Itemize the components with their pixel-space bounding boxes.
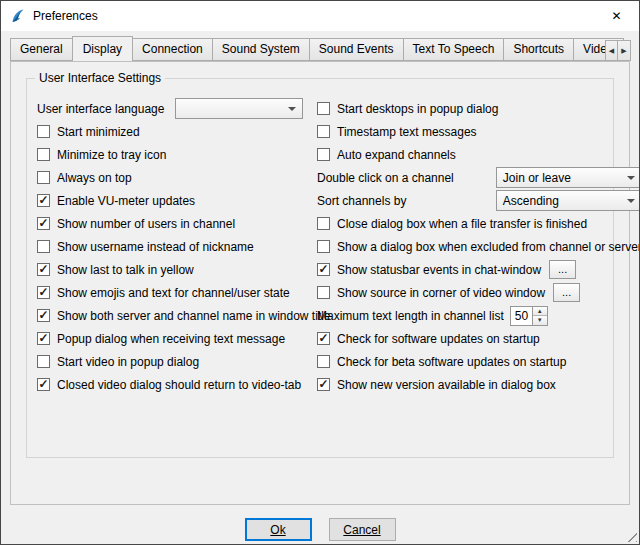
sort-channels-row: Sort channels by Ascending — [317, 189, 640, 212]
double-click-value: Join or leave — [503, 171, 571, 185]
checkbox[interactable] — [37, 240, 50, 253]
double-click-label: Double click on a channel — [317, 171, 454, 185]
user-interface-settings-group: User Interface Settings User interface l… — [26, 78, 614, 458]
tab-scroll-left-icon[interactable]: ◀ — [605, 40, 618, 61]
tab-general[interactable]: General — [10, 38, 73, 61]
checkbox-server-channel-title[interactable]: Show both server and channel name in win… — [37, 304, 303, 327]
checkbox-label: Show statusbar events in chat-window — [337, 263, 541, 277]
checkbox-label: Start minimized — [57, 125, 140, 139]
checkbox[interactable] — [37, 355, 50, 368]
checkbox[interactable] — [37, 378, 50, 391]
checkbox-desktops-popup[interactable]: Start desktops in popup dialog — [317, 97, 640, 120]
tab-bar: General Display Connection Sound System … — [1, 31, 639, 61]
checkbox-auto-expand-channels[interactable]: Auto expand channels — [317, 143, 640, 166]
checkbox[interactable] — [37, 332, 50, 345]
checkbox[interactable] — [37, 125, 50, 138]
checkbox[interactable] — [317, 102, 330, 115]
ok-button[interactable]: Ok — [245, 518, 312, 541]
checkbox-label: Popup dialog when receiving text message — [57, 332, 285, 346]
group-title: User Interface Settings — [35, 71, 165, 85]
checkbox-label: Show last to talk in yellow — [57, 263, 194, 277]
checkbox-timestamp-messages[interactable]: Timestamp text messages — [317, 120, 640, 143]
checkbox-label: Close dialog box when a file transfer is… — [337, 217, 587, 231]
spinner-up-icon[interactable]: ▲ — [533, 307, 547, 316]
double-click-combobox[interactable]: Join or leave — [496, 167, 640, 188]
max-text-length-label: Maximum text length in channel list — [317, 309, 504, 323]
checkbox[interactable] — [317, 286, 330, 299]
checkbox-label: Start desktops in popup dialog — [337, 102, 498, 116]
checkbox-check-beta-updates[interactable]: Check for beta software updates on start… — [317, 350, 640, 373]
checkbox[interactable] — [317, 240, 330, 253]
tab-sound-events[interactable]: Sound Events — [309, 38, 404, 61]
checkbox-start-minimized[interactable]: Start minimized — [37, 120, 303, 143]
right-column: Start desktops in popup dialog Timestamp… — [303, 97, 640, 396]
checkbox-label: Show both server and channel name in win… — [57, 309, 331, 323]
spinner-buttons: ▲ ▼ — [533, 306, 548, 326]
checkbox[interactable] — [317, 148, 330, 161]
checkbox[interactable] — [317, 263, 330, 276]
checkbox-video-popup[interactable]: Start video in popup dialog — [37, 350, 303, 373]
checkbox-new-version-dialog[interactable]: Show new version available in dialog box — [317, 373, 640, 396]
tab-connection[interactable]: Connection — [132, 38, 213, 61]
language-row: User interface language — [37, 97, 303, 120]
checkbox-minimize-to-tray[interactable]: Minimize to tray icon — [37, 143, 303, 166]
checkbox-label: Start video in popup dialog — [57, 355, 199, 369]
checkbox[interactable] — [37, 171, 50, 184]
checkbox-last-to-talk[interactable]: Show last to talk in yellow — [37, 258, 303, 281]
preferences-dialog: { "window": { "title": "Preferences", "c… — [0, 0, 640, 545]
checkbox-excluded-dialog[interactable]: Show a dialog box when excluded from cha… — [317, 235, 640, 258]
tab-shortcuts[interactable]: Shortcuts — [503, 38, 574, 61]
checkbox-always-on-top[interactable]: Always on top — [37, 166, 303, 189]
video-source-options-button[interactable]: ... — [553, 283, 580, 302]
checkbox-close-on-transfer[interactable]: Close dialog box when a file transfer is… — [317, 212, 640, 235]
checkbox-label: Closed video dialog should return to vid… — [57, 378, 301, 392]
checkbox[interactable] — [37, 309, 50, 322]
checkbox-label: Enable VU-meter updates — [57, 194, 195, 208]
language-label: User interface language — [37, 102, 164, 116]
checkbox[interactable] — [317, 332, 330, 345]
checkbox[interactable] — [317, 217, 330, 230]
checkbox[interactable] — [37, 217, 50, 230]
spinner-down-icon[interactable]: ▼ — [533, 315, 547, 325]
checkbox-emojis-text[interactable]: Show emojis and text for channel/user st… — [37, 281, 303, 304]
max-text-length-spinner[interactable]: 50 ▲ ▼ — [510, 306, 548, 326]
checkbox[interactable] — [317, 125, 330, 138]
checkbox-label: Timestamp text messages — [337, 125, 477, 139]
checkbox[interactable] — [37, 263, 50, 276]
tab-display[interactable]: Display — [72, 36, 133, 61]
checkbox[interactable] — [37, 148, 50, 161]
checkbox[interactable] — [37, 194, 50, 207]
checkbox-closed-video-return[interactable]: Closed video dialog should return to vid… — [37, 373, 303, 396]
checkbox[interactable] — [37, 286, 50, 299]
tab-scrollers: ◀ ▶ — [605, 40, 631, 61]
checkbox[interactable] — [317, 378, 330, 391]
checkbox-label: Show a dialog box when excluded from cha… — [337, 240, 640, 254]
sort-channels-combobox[interactable]: Ascending — [496, 190, 640, 211]
sort-channels-label: Sort channels by — [317, 194, 406, 208]
checkbox-popup-text-message[interactable]: Popup dialog when receiving text message — [37, 327, 303, 350]
dialog-footer: Ok Cancel — [1, 518, 639, 541]
cancel-button-label: Cancel — [343, 523, 380, 537]
checkbox-label: Show number of users in channel — [57, 217, 235, 231]
checkbox-check-updates[interactable]: Check for software updates on startup — [317, 327, 640, 350]
close-button[interactable]: ✕ — [594, 1, 639, 31]
checkbox-label: Show username instead of nickname — [57, 240, 254, 254]
cancel-button[interactable]: Cancel — [329, 518, 396, 541]
checkbox-label: Minimize to tray icon — [57, 148, 166, 162]
checkbox-show-user-count[interactable]: Show number of users in channel — [37, 212, 303, 235]
max-text-length-row: Maximum text length in channel list 50 ▲… — [317, 304, 640, 327]
tab-text-to-speech[interactable]: Text To Speech — [403, 38, 505, 61]
tab-scroll-right-icon[interactable]: ▶ — [618, 40, 631, 61]
statusbar-events-options-button[interactable]: ... — [549, 260, 576, 279]
language-combobox[interactable] — [175, 98, 303, 119]
checkbox-video-source-corner[interactable]: Show source in corner of video window ..… — [317, 281, 640, 304]
checkbox-statusbar-events[interactable]: Show statusbar events in chat-window ... — [317, 258, 640, 281]
max-text-length-value[interactable]: 50 — [510, 306, 533, 326]
tab-sound-system[interactable]: Sound System — [212, 38, 310, 61]
checkbox-label: Auto expand channels — [337, 148, 456, 162]
checkbox-label: Check for beta software updates on start… — [337, 355, 566, 369]
checkbox[interactable] — [317, 355, 330, 368]
checkbox-username-instead-nickname[interactable]: Show username instead of nickname — [37, 235, 303, 258]
window-title: Preferences — [33, 9, 98, 23]
checkbox-vu-meter[interactable]: Enable VU-meter updates — [37, 189, 303, 212]
